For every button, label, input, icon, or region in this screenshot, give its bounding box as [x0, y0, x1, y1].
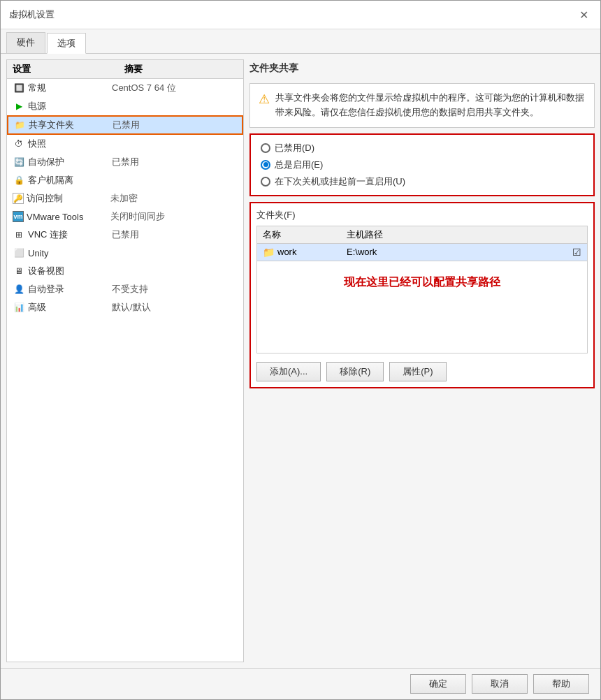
folder-section: 文件夹(F) 名称 主机路径 📁 work E:\wor [249, 202, 595, 388]
right-panel: 文件夹共享 ⚠ 共享文件夹会将您的文件显示给虚拟机中的程序。这可能为您的计算机和… [249, 59, 595, 662]
close-button[interactable]: ✕ [575, 6, 592, 23]
dialog-title: 虚拟机设置 [9, 8, 55, 21]
table-row[interactable]: 📁 work E:\work ☑ [257, 244, 587, 261]
add-button[interactable]: 添加(A)... [256, 362, 321, 381]
annotation-text: 现在这里已经可以配置共享路径 [257, 261, 587, 297]
help-button[interactable]: 帮助 [533, 674, 589, 694]
table-cell-path: E:\work ☑ [347, 247, 581, 258]
general-icon: 🔲 [13, 82, 25, 94]
ok-button[interactable]: 确定 [410, 674, 466, 694]
dialog-footer: 确定 取消 帮助 [1, 668, 600, 699]
tab-options[interactable]: 选项 [47, 33, 86, 54]
sidebar-item-vmware-tools[interactable]: vm VMware Tools 关闭时间同步 [7, 207, 243, 226]
sidebar-item-auto-login[interactable]: 👤 自动登录 不受支持 [7, 280, 243, 298]
title-bar: 虚拟机设置 ✕ [1, 1, 600, 29]
sidebar-item-guest-isolation[interactable]: 🔒 客户机隔离 [7, 171, 243, 189]
access-control-icon: 🔑 [13, 193, 24, 204]
sidebar-item-access-control[interactable]: 🔑 访问控制 未加密 [7, 189, 243, 207]
sidebar-item-snapshot[interactable]: ⏱ 快照 [7, 135, 243, 153]
radio-disabled-circle [261, 143, 270, 153]
folder-table: 名称 主机路径 📁 work E:\work ☑ [256, 226, 588, 353]
auto-protect-icon: 🔄 [13, 156, 25, 168]
advanced-icon: 📊 [13, 301, 25, 314]
sidebar-item-unity[interactable]: ⬜ Unity [7, 244, 243, 262]
sidebar-item-general[interactable]: 🔲 常规 CentOS 7 64 位 [7, 79, 243, 97]
radio-until-poweroff[interactable]: 在下次关机或挂起前一直启用(U) [261, 175, 584, 188]
guest-isolation-icon: 🔒 [13, 174, 25, 187]
col-settings-header: 设置 [13, 63, 124, 75]
col-path-header: 主机路径 [347, 228, 581, 241]
warning-text: 共享文件夹会将您的文件显示给虚拟机中的程序。这可能为您的计算机和数据带来风险。请… [275, 91, 586, 120]
radio-always-enabled-circle [261, 160, 270, 170]
radio-always-enabled-label: 总是启用(E) [275, 159, 323, 171]
power-icon: ▶ [13, 100, 25, 112]
warning-icon: ⚠ [259, 92, 270, 107]
options-box: 已禁用(D) 总是启用(E) 在下次关机或挂起前一直启用(U) [249, 133, 595, 196]
radio-always-enabled[interactable]: 总是启用(E) [261, 159, 584, 171]
radio-disabled[interactable]: 已禁用(D) [261, 142, 584, 154]
radio-disabled-label: 已禁用(D) [275, 142, 314, 154]
tabs-bar: 硬件 选项 [1, 29, 600, 54]
unity-icon: ⬜ [13, 247, 25, 259]
folder-buttons: 添加(A)... 移除(R) 属性(P) [256, 359, 588, 381]
sidebar-item-device-view[interactable]: 🖥 设备视图 [7, 262, 243, 280]
section-title: 文件夹共享 [249, 59, 595, 78]
sidebar-item-auto-protect[interactable]: 🔄 自动保护 已禁用 [7, 153, 243, 171]
properties-button[interactable]: 属性(P) [389, 362, 446, 381]
radio-until-poweroff-circle [261, 177, 270, 187]
cancel-button[interactable]: 取消 [472, 674, 528, 694]
shared-folder-icon: 📁 [13, 119, 26, 131]
remove-button[interactable]: 移除(R) [326, 362, 384, 381]
col-summary-header: 摘要 [124, 63, 238, 75]
sidebar-item-power[interactable]: ▶ 电源 [7, 97, 243, 115]
warning-box: ⚠ 共享文件夹会将您的文件显示给虚拟机中的程序。这可能为您的计算机和数据带来风险… [249, 83, 595, 128]
folder-name: work [277, 247, 296, 257]
vm-settings-dialog: 虚拟机设置 ✕ 硬件 选项 设置 摘要 🔲 常规 CentOS 7 64 位 ▶… [0, 0, 601, 700]
table-cell-name: 📁 work [263, 247, 347, 258]
folder-table-header: 名称 主机路径 [257, 226, 587, 244]
col-name-header: 名称 [263, 228, 347, 241]
folder-path: E:\work [347, 247, 377, 257]
auto-login-icon: 👤 [13, 283, 25, 296]
vmware-tools-icon: vm [13, 211, 24, 222]
tab-hardware[interactable]: 硬件 [6, 32, 45, 53]
sidebar-item-advanced[interactable]: 📊 高级 默认/默认 [7, 298, 243, 316]
checked-icon: ☑ [572, 247, 581, 258]
vnc-icon: ⊞ [13, 228, 25, 241]
dialog-body: 设置 摘要 🔲 常规 CentOS 7 64 位 ▶ 电源 📁 共享文件夹 已禁… [1, 54, 600, 668]
left-panel-header: 设置 摘要 [7, 60, 243, 79]
snapshot-icon: ⏱ [13, 138, 25, 150]
radio-until-poweroff-label: 在下次关机或挂起前一直启用(U) [275, 175, 405, 188]
folder-section-title: 文件夹(F) [256, 209, 588, 221]
folder-row-icon: 📁 [263, 247, 275, 258]
sidebar-item-shared-folders[interactable]: 📁 共享文件夹 已禁用 [7, 115, 243, 135]
sidebar-item-vnc[interactable]: ⊞ VNC 连接 已禁用 [7, 226, 243, 244]
left-panel: 设置 摘要 🔲 常规 CentOS 7 64 位 ▶ 电源 📁 共享文件夹 已禁… [6, 59, 244, 662]
empty-rows [257, 297, 587, 353]
device-view-icon: 🖥 [13, 265, 25, 277]
